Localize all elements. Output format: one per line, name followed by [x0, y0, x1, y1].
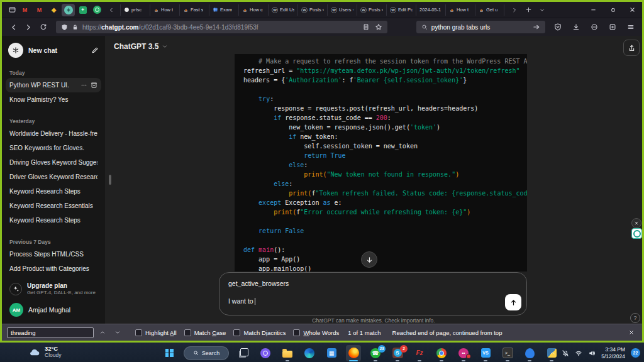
list-all-tabs-button[interactable]	[536, 4, 548, 16]
find-option-checkbox[interactable]: Match Case	[184, 329, 226, 336]
wifi-icon[interactable]	[575, 349, 582, 357]
reader-mode-icon[interactable]	[362, 23, 370, 31]
find-previous-button[interactable]	[96, 329, 109, 336]
go-arrow-icon[interactable]	[533, 23, 540, 31]
sidebar-item[interactable]: Keyword Research Essentials	[6, 199, 101, 213]
scroll-to-bottom-button[interactable]	[361, 251, 377, 268]
browser-tab[interactable]: Fast s	[179, 4, 209, 16]
microsoft-store-icon[interactable]: ▦	[324, 345, 339, 361]
owl-app-icon[interactable]: ••	[456, 345, 471, 361]
app-icon-blue[interactable]	[522, 345, 537, 361]
maximize-button[interactable]	[603, 2, 623, 18]
chrome-icon[interactable]	[434, 345, 449, 361]
app-icon-purple[interactable]	[258, 345, 273, 361]
url-bar[interactable]: https://chatgpt.com/c/02d1caf9-3bdb-4ee5…	[56, 21, 387, 33]
sidebar-item[interactable]: Keyword Research Steps	[6, 184, 101, 199]
hidden-icons-button[interactable]	[550, 350, 556, 356]
reload-button[interactable]	[36, 20, 51, 34]
sidebar-item[interactable]: Driver Gloves Keyword Research	[6, 170, 101, 184]
code-block[interactable]: # Make a request to refresh the session …	[235, 54, 527, 272]
account-button[interactable]: AM Amjad Mughal	[6, 300, 101, 320]
find-option-checkbox[interactable]: Match Diacritics	[233, 329, 286, 336]
adblocker-icon[interactable]	[587, 20, 602, 34]
notification-badge[interactable]: 22	[631, 348, 640, 358]
tracking-protection-shield-icon[interactable]	[61, 24, 68, 31]
sidebar-item[interactable]: Keyword Research Steps	[6, 213, 101, 228]
sidebar-item[interactable]: Driving Gloves Keyword Suggestion	[6, 155, 101, 170]
message-input[interactable]: get_active_browsers I want to	[219, 272, 527, 315]
new-chat-button[interactable]: New chat	[6, 41, 101, 60]
browser-tab[interactable]: How t	[150, 4, 179, 16]
scroll-tabs-left-button[interactable]	[105, 4, 118, 16]
edge-icon[interactable]	[302, 345, 317, 361]
pinned-tab-sheets-icon[interactable]: +	[76, 4, 89, 16]
browser-tab[interactable]: 2024-05-1	[416, 4, 445, 16]
sidebar-item[interactable]: Python WP REST UI.	[6, 78, 101, 92]
vscode-icon[interactable]: VS	[478, 345, 493, 361]
scrollbar-thumb[interactable]	[109, 175, 111, 185]
task-view-button[interactable]	[236, 345, 251, 361]
compose-icon[interactable]	[91, 47, 99, 54]
close-button[interactable]	[623, 2, 642, 18]
start-button[interactable]	[162, 345, 177, 361]
browser-tab[interactable]: How t	[445, 4, 475, 16]
file-explorer-icon[interactable]	[280, 345, 295, 361]
minimize-button[interactable]	[584, 2, 603, 18]
clock[interactable]: 3:34 PM 5/12/2024	[601, 346, 625, 359]
sidebar-item[interactable]: Add Product with Categories	[6, 261, 101, 276]
browser-tab[interactable]: WUsers ‹ Em	[327, 4, 357, 16]
do-not-disturb-icon[interactable]	[562, 349, 569, 357]
menu-icon[interactable]	[623, 20, 638, 34]
widget-close-icon[interactable]	[631, 218, 641, 228]
pinned-tab-binance-icon[interactable]: ◆	[47, 4, 60, 16]
options-dots-icon[interactable]	[80, 82, 87, 89]
find-option-checkbox[interactable]: Whole Words	[293, 329, 339, 336]
extension-widget-icon[interactable]	[631, 228, 642, 239]
search-input[interactable]: python grab tabs urls	[431, 24, 490, 31]
browser-tab[interactable]: prtsc	[120, 4, 150, 16]
browser-tab[interactable]: WPosts ‹ Em	[297, 4, 327, 16]
back-button[interactable]	[6, 20, 21, 34]
skype-icon[interactable]: S2	[390, 345, 405, 361]
pinned-tab-gmail-icon[interactable]: M	[18, 4, 31, 16]
send-button[interactable]	[505, 294, 521, 310]
downloads-icon[interactable]	[569, 20, 584, 34]
browser-tab[interactable]: WPosts ‹ Em	[357, 4, 386, 16]
help-button[interactable]: ?	[630, 313, 640, 323]
archive-icon[interactable]	[91, 82, 97, 89]
find-next-button[interactable]	[111, 329, 124, 336]
sidebar-item[interactable]: Process Steps HTML/CSS	[6, 247, 101, 261]
find-option-checkbox[interactable]: Highlight All	[135, 329, 177, 336]
weather-widget[interactable]: 32°C Cloudy	[29, 345, 61, 358]
sidebar-item[interactable]: Worldwide Delivery - Hassle-free!	[6, 126, 101, 141]
pocket-shield-icon[interactable]	[550, 20, 565, 34]
search-bar[interactable]: python grab tabs urls	[416, 21, 545, 33]
terminal-icon[interactable]: >_	[500, 345, 515, 361]
find-input[interactable]	[7, 327, 94, 338]
whatsapp-icon[interactable]: ☎23	[368, 345, 383, 361]
new-tab-button[interactable]	[522, 4, 535, 16]
model-selector[interactable]: ChatGPT 3.5	[114, 42, 168, 51]
extensions-icon[interactable]	[605, 20, 620, 34]
sidebar-item[interactable]: SEO Keywords for Gloves.	[6, 141, 101, 155]
browser-tab[interactable]: How c	[238, 4, 268, 16]
bookmark-star-icon[interactable]	[375, 23, 382, 31]
find-close-button[interactable]	[628, 329, 635, 336]
browser-tab[interactable]: WEdit User A	[268, 4, 297, 16]
browser-tab[interactable]: WEdit Post	[386, 4, 416, 16]
pinned-tab-chatgpt-icon[interactable]	[62, 4, 75, 16]
browser-tab[interactable]: Get u	[475, 4, 504, 16]
taskbar-search[interactable]: Search	[184, 346, 229, 360]
sidebar-item[interactable]: Know Palmistry? Yes	[6, 92, 101, 107]
share-button[interactable]	[623, 40, 640, 56]
firefox-view-button[interactable]	[6, 4, 18, 16]
browser-tab[interactable]: Exam	[209, 4, 238, 16]
pinned-tab-green-icon[interactable]	[91, 4, 104, 16]
pinned-tab-gmail-2-icon[interactable]: M	[33, 4, 46, 16]
firefox-icon[interactable]	[346, 345, 361, 361]
filezilla-icon[interactable]: Fz	[412, 345, 427, 361]
volume-icon[interactable]	[588, 349, 596, 357]
upgrade-plan-button[interactable]: Upgrade plan Get GPT-4, DALL·E, and more	[6, 279, 101, 299]
scroll-tabs-right-button[interactable]	[508, 4, 521, 16]
forward-button[interactable]	[21, 20, 36, 34]
